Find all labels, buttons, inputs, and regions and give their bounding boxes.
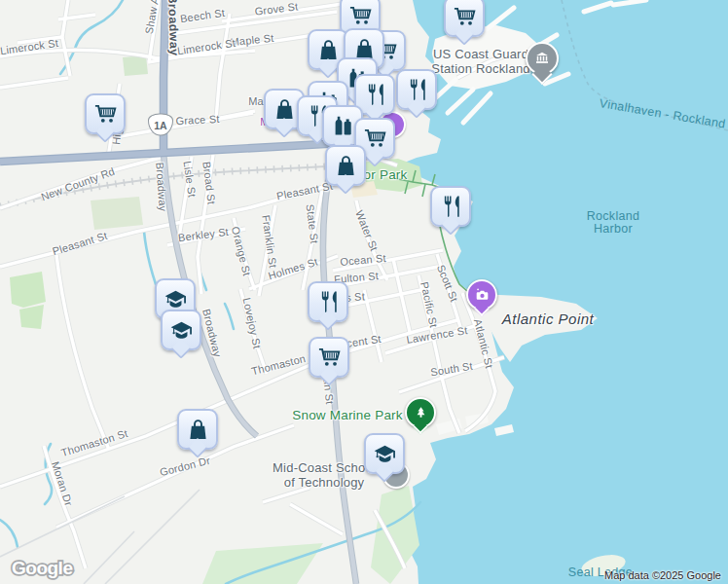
area-label-atlantic-point: Atlantic Point [502,310,595,327]
water-label-rockland-harbor-2: Harbor [594,222,633,236]
government-marker[interactable] [526,42,559,75]
restaurant-marker[interactable] [396,69,437,110]
poi-label-midcoast-school: Mid-Coast Schoolof Technology [273,460,376,491]
museum-building-icon [528,44,557,73]
school-marker[interactable] [364,433,405,474]
map-canvas[interactable]: 1A Google Map data ©2025 Google Shaw Ave… [0,0,728,584]
google-logo-text: Google [12,558,72,578]
shopping-marker[interactable] [325,145,366,186]
poi-label-us-coast-guard: US Coast GuardStation Rockland [431,47,529,77]
street-label-fragment-ma: Ma [248,95,264,107]
park-label-snow-marine-park: Snow Marine Park [292,408,403,422]
google-logo[interactable]: Google [9,557,83,580]
water-label-rockland-harbor-1: Rockland [587,209,640,223]
restaurant-marker[interactable] [308,281,348,322]
shopping-marker[interactable] [177,409,218,450]
school-marker[interactable] [161,310,201,350]
restaurant-marker[interactable] [430,186,471,227]
grocery-store-marker[interactable] [309,337,349,378]
grocery-store-marker[interactable] [444,0,485,37]
grocery-store-marker[interactable] [85,93,126,134]
map-attribution: Map data ©2025 Google [604,569,721,581]
camera-icon [468,281,495,309]
pine-tree-icon [407,399,434,426]
street-label-grace-st: Grace St [175,113,220,127]
park-marker[interactable] [405,397,436,428]
attraction-marker[interactable] [466,279,497,310]
